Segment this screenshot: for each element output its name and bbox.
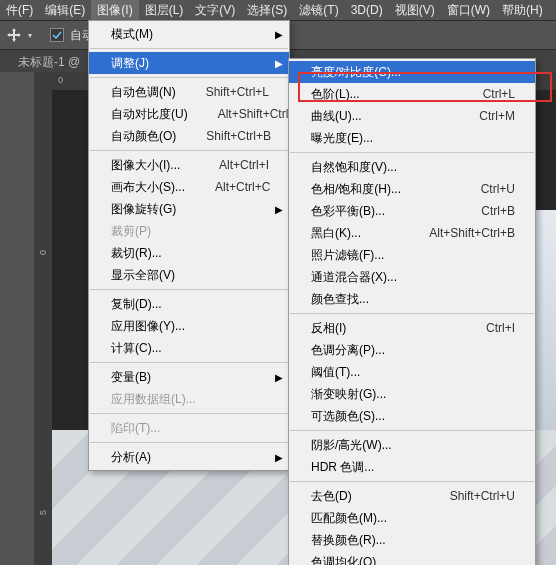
menu-item-shortcut: Alt+Ctrl+C — [215, 180, 270, 194]
menu-item-label: 自然饱和度(V)... — [311, 159, 397, 176]
menu-item-label: 裁剪(P) — [111, 223, 151, 240]
menu-item-label: 颜色查找... — [311, 291, 369, 308]
adjustments-menu-item[interactable]: 照片滤镜(F)... — [289, 244, 535, 266]
menu-item-label: 色调均化(Q) — [311, 554, 376, 566]
adjustments-menu-item[interactable]: 曲线(U)...Ctrl+M — [289, 105, 535, 127]
menu-item-label: 去色(D) — [311, 488, 352, 505]
ruler-vertical: 0 5 — [34, 90, 52, 565]
menu-item-label: 自动对比度(U) — [111, 106, 188, 123]
image-menu-item[interactable]: 变量(B)▶ — [89, 366, 289, 388]
image-menu-item[interactable]: 显示全部(V) — [89, 264, 289, 286]
image-menu: 模式(M)▶调整(J)▶自动色调(N)Shift+Ctrl+L自动对比度(U)A… — [88, 20, 290, 471]
adjustments-menu-item[interactable]: 曝光度(E)... — [289, 127, 535, 149]
adjustments-menu-item[interactable]: 色彩平衡(B)...Ctrl+B — [289, 200, 535, 222]
image-menu-item[interactable]: 自动颜色(O)Shift+Ctrl+B — [89, 125, 289, 147]
menu-item-shortcut: Alt+Ctrl+I — [219, 158, 269, 172]
menu-item-label: 亮度/对比度(C)... — [311, 64, 401, 81]
image-menu-item: 裁剪(P) — [89, 220, 289, 242]
menu-separator — [90, 362, 288, 363]
image-menu-item[interactable]: 复制(D)... — [89, 293, 289, 315]
menubar-item[interactable]: 文字(V) — [189, 0, 241, 21]
menubar-item[interactable]: 编辑(E) — [39, 0, 91, 21]
menu-item-shortcut: Alt+Shift+Ctrl+B — [429, 226, 515, 240]
adjustments-menu-item[interactable]: 阈值(T)... — [289, 361, 535, 383]
dropdown-arrow-icon[interactable]: ▾ — [28, 31, 32, 40]
adjustments-menu-item[interactable]: 色阶(L)...Ctrl+L — [289, 83, 535, 105]
image-menu-item[interactable]: 自动色调(N)Shift+Ctrl+L — [89, 81, 289, 103]
menu-item-label: 黑白(K)... — [311, 225, 361, 242]
adjustments-menu-item[interactable]: HDR 色调... — [289, 456, 535, 478]
menu-item-label: 复制(D)... — [111, 296, 162, 313]
menu-item-label: 计算(C)... — [111, 340, 162, 357]
adjustments-menu-item[interactable]: 亮度/对比度(C)... — [289, 61, 535, 83]
adjustments-menu-item[interactable]: 颜色查找... — [289, 288, 535, 310]
menubar-item[interactable]: 视图(V) — [389, 0, 441, 21]
menu-item-shortcut: Ctrl+M — [479, 109, 515, 123]
image-menu-item[interactable]: 应用图像(Y)... — [89, 315, 289, 337]
adjustments-menu-item[interactable]: 色调均化(Q) — [289, 551, 535, 565]
submenu-arrow-icon: ▶ — [275, 204, 283, 215]
image-menu-item[interactable]: 图像旋转(G)▶ — [89, 198, 289, 220]
menubar-item[interactable]: 滤镜(T) — [293, 0, 344, 21]
adjustments-menu-item[interactable]: 色调分离(P)... — [289, 339, 535, 361]
adjustments-menu-item[interactable]: 去色(D)Shift+Ctrl+U — [289, 485, 535, 507]
adjustments-menu-item[interactable]: 色相/饱和度(H)...Ctrl+U — [289, 178, 535, 200]
menu-item-label: 曝光度(E)... — [311, 130, 373, 147]
tools-panel[interactable] — [0, 72, 35, 565]
image-menu-item[interactable]: 模式(M)▶ — [89, 23, 289, 45]
menu-item-label: 阴影/高光(W)... — [311, 437, 392, 454]
menu-item-shortcut: Ctrl+I — [486, 321, 515, 335]
menu-item-label: 显示全部(V) — [111, 267, 175, 284]
adjustments-menu-item[interactable]: 自然饱和度(V)... — [289, 156, 535, 178]
menubar-item[interactable]: 选择(S) — [241, 0, 293, 21]
menu-item-label: 反相(I) — [311, 320, 346, 337]
image-menu-item[interactable]: 画布大小(S)...Alt+Ctrl+C — [89, 176, 289, 198]
menu-item-label: 替换颜色(R)... — [311, 532, 386, 549]
menu-item-shortcut: Ctrl+B — [481, 204, 515, 218]
menubar-item[interactable]: 件(F) — [0, 0, 39, 21]
adjustments-menu-item[interactable]: 黑白(K)...Alt+Shift+Ctrl+B — [289, 222, 535, 244]
menu-separator — [90, 77, 288, 78]
image-menu-item: 应用数据组(L)... — [89, 388, 289, 410]
image-menu-item[interactable]: 图像大小(I)...Alt+Ctrl+I — [89, 154, 289, 176]
image-menu-item[interactable]: 自动对比度(U)Alt+Shift+Ctrl+L — [89, 103, 289, 125]
menu-item-label: 模式(M) — [111, 26, 153, 43]
adjustments-menu-item[interactable]: 匹配颜色(M)... — [289, 507, 535, 529]
menubar-item[interactable]: 图像(I) — [91, 0, 138, 21]
submenu-arrow-icon: ▶ — [275, 58, 283, 69]
submenu-arrow-icon: ▶ — [275, 29, 283, 40]
image-menu-item[interactable]: 调整(J)▶ — [89, 52, 289, 74]
ruler-mark: 5 — [38, 510, 48, 515]
menubar-item[interactable]: 3D(D) — [345, 1, 389, 19]
menu-item-label: 自动颜色(O) — [111, 128, 176, 145]
menu-item-label: 阈值(T)... — [311, 364, 360, 381]
adjustments-menu-item[interactable]: 替换颜色(R)... — [289, 529, 535, 551]
menu-item-label: 图像旋转(G) — [111, 201, 176, 218]
adjustments-menu-item[interactable]: 阴影/高光(W)... — [289, 434, 535, 456]
move-tool-icon[interactable] — [6, 27, 22, 43]
menu-item-label: 色彩平衡(B)... — [311, 203, 385, 220]
adjustments-menu-item[interactable]: 反相(I)Ctrl+I — [289, 317, 535, 339]
auto-select-checkbox[interactable] — [50, 28, 64, 42]
menu-item-label: HDR 色调... — [311, 459, 374, 476]
menubar-item[interactable]: 帮助(H) — [496, 0, 549, 21]
menu-item-label: 陷印(T)... — [111, 420, 160, 437]
menu-separator — [290, 313, 534, 314]
menu-item-label: 匹配颜色(M)... — [311, 510, 387, 527]
document-tab[interactable]: 未标题-1 @ — [18, 54, 80, 71]
menubar: 件(F)编辑(E)图像(I)图层(L)文字(V)选择(S)滤镜(T)3D(D)视… — [0, 0, 556, 21]
image-menu-item[interactable]: 计算(C)... — [89, 337, 289, 359]
ruler-mark: 0 — [58, 75, 63, 85]
adjustments-menu-item[interactable]: 可选颜色(S)... — [289, 405, 535, 427]
menubar-item[interactable]: 窗口(W) — [441, 0, 496, 21]
adjustments-menu-item[interactable]: 通道混合器(X)... — [289, 266, 535, 288]
menu-separator — [90, 442, 288, 443]
menu-separator — [290, 152, 534, 153]
image-menu-item[interactable]: 裁切(R)... — [89, 242, 289, 264]
menu-item-shortcut: Shift+Ctrl+L — [206, 85, 269, 99]
menu-item-label: 图像大小(I)... — [111, 157, 180, 174]
menu-item-shortcut: Shift+Ctrl+B — [206, 129, 271, 143]
image-menu-item[interactable]: 分析(A)▶ — [89, 446, 289, 468]
adjustments-menu-item[interactable]: 渐变映射(G)... — [289, 383, 535, 405]
menubar-item[interactable]: 图层(L) — [139, 0, 190, 21]
